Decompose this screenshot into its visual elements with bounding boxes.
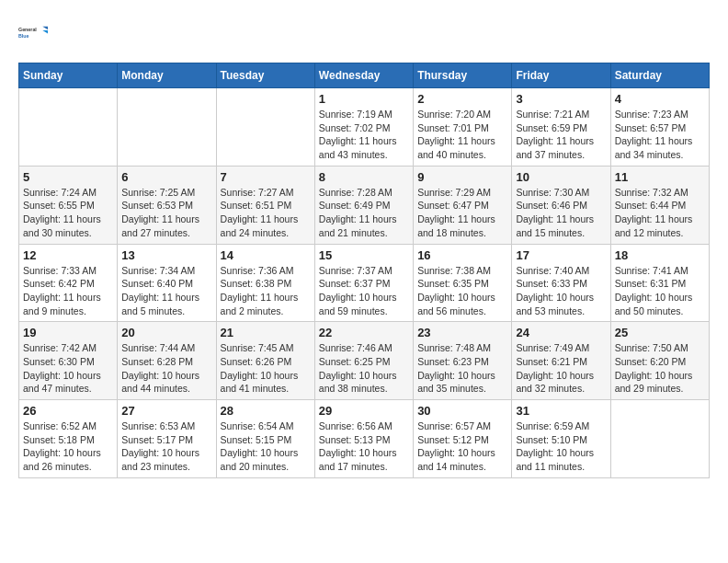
day-number: 23 bbox=[417, 326, 507, 339]
calendar-cell: 5Sunrise: 7:24 AM Sunset: 6:55 PM Daylig… bbox=[19, 166, 118, 244]
calendar-cell: 22Sunrise: 7:46 AM Sunset: 6:25 PM Dayli… bbox=[314, 322, 413, 400]
day-number: 15 bbox=[319, 248, 409, 262]
day-info: Sunrise: 6:54 AM Sunset: 5:15 PM Dayligh… bbox=[221, 419, 311, 474]
day-info: Sunrise: 7:24 AM Sunset: 6:55 PM Dayligh… bbox=[23, 186, 113, 240]
svg-marker-2 bbox=[42, 27, 48, 30]
weekday-header-thursday: Thursday bbox=[414, 63, 512, 88]
calendar-week-4: 19Sunrise: 7:42 AM Sunset: 6:30 PM Dayli… bbox=[19, 322, 710, 400]
day-info: Sunrise: 7:21 AM Sunset: 6:59 PM Dayligh… bbox=[516, 108, 606, 162]
weekday-header-tuesday: Tuesday bbox=[216, 63, 314, 88]
page-header: General Blue bbox=[18, 18, 710, 48]
calendar-cell: 23Sunrise: 7:48 AM Sunset: 6:23 PM Dayli… bbox=[414, 322, 512, 400]
day-info: Sunrise: 6:53 AM Sunset: 5:17 PM Dayligh… bbox=[121, 419, 211, 474]
weekday-header-row: SundayMondayTuesdayWednesdayThursdayFrid… bbox=[19, 63, 710, 88]
day-info: Sunrise: 7:29 AM Sunset: 6:47 PM Dayligh… bbox=[417, 186, 507, 240]
calendar-week-2: 5Sunrise: 7:24 AM Sunset: 6:55 PM Daylig… bbox=[19, 166, 710, 244]
day-info: Sunrise: 7:27 AM Sunset: 6:51 PM Dayligh… bbox=[221, 186, 311, 240]
logo-icon: General Blue bbox=[18, 18, 48, 48]
day-info: Sunrise: 7:46 AM Sunset: 6:25 PM Dayligh… bbox=[319, 341, 409, 396]
day-number: 29 bbox=[319, 404, 409, 418]
day-number: 20 bbox=[121, 326, 211, 339]
weekday-header-sunday: Sunday bbox=[19, 63, 118, 88]
day-info: Sunrise: 7:37 AM Sunset: 6:37 PM Dayligh… bbox=[319, 264, 409, 318]
day-number: 16 bbox=[417, 248, 507, 262]
calendar-cell: 25Sunrise: 7:50 AM Sunset: 6:20 PM Dayli… bbox=[610, 322, 709, 400]
logo: General Blue bbox=[18, 18, 51, 48]
day-number: 25 bbox=[615, 326, 705, 339]
calendar-cell: 29Sunrise: 6:56 AM Sunset: 5:13 PM Dayli… bbox=[314, 400, 413, 478]
day-number: 30 bbox=[417, 404, 507, 418]
calendar-cell: 19Sunrise: 7:42 AM Sunset: 6:30 PM Dayli… bbox=[19, 322, 118, 400]
svg-marker-3 bbox=[42, 30, 48, 34]
day-number: 10 bbox=[516, 170, 606, 184]
day-info: Sunrise: 7:36 AM Sunset: 6:38 PM Dayligh… bbox=[221, 264, 311, 318]
calendar-cell: 9Sunrise: 7:29 AM Sunset: 6:47 PM Daylig… bbox=[414, 166, 512, 244]
day-info: Sunrise: 7:49 AM Sunset: 6:21 PM Dayligh… bbox=[516, 341, 606, 396]
weekday-header-friday: Friday bbox=[512, 63, 610, 88]
day-number: 17 bbox=[516, 248, 606, 262]
day-info: Sunrise: 7:30 AM Sunset: 6:46 PM Dayligh… bbox=[516, 186, 606, 240]
day-number: 2 bbox=[417, 92, 507, 106]
calendar-cell: 17Sunrise: 7:40 AM Sunset: 6:33 PM Dayli… bbox=[512, 244, 610, 322]
day-info: Sunrise: 7:48 AM Sunset: 6:23 PM Dayligh… bbox=[417, 341, 507, 396]
calendar-cell: 13Sunrise: 7:34 AM Sunset: 6:40 PM Dayli… bbox=[118, 244, 216, 322]
day-info: Sunrise: 7:28 AM Sunset: 6:49 PM Dayligh… bbox=[319, 186, 409, 240]
day-info: Sunrise: 7:38 AM Sunset: 6:35 PM Dayligh… bbox=[417, 264, 507, 318]
calendar-cell: 26Sunrise: 6:52 AM Sunset: 5:18 PM Dayli… bbox=[19, 400, 118, 478]
calendar-cell bbox=[610, 400, 709, 478]
calendar-week-1: 1Sunrise: 7:19 AM Sunset: 7:02 PM Daylig… bbox=[19, 88, 710, 167]
day-info: Sunrise: 7:32 AM Sunset: 6:44 PM Dayligh… bbox=[615, 186, 705, 240]
calendar-cell bbox=[216, 88, 314, 167]
day-number: 4 bbox=[615, 92, 705, 106]
calendar-cell: 18Sunrise: 7:41 AM Sunset: 6:31 PM Dayli… bbox=[610, 244, 709, 322]
calendar-cell: 7Sunrise: 7:27 AM Sunset: 6:51 PM Daylig… bbox=[216, 166, 314, 244]
calendar-cell: 15Sunrise: 7:37 AM Sunset: 6:37 PM Dayli… bbox=[314, 244, 413, 322]
day-number: 13 bbox=[121, 248, 211, 262]
day-number: 27 bbox=[121, 404, 211, 418]
day-number: 31 bbox=[516, 404, 606, 418]
day-info: Sunrise: 7:20 AM Sunset: 7:01 PM Dayligh… bbox=[417, 108, 507, 162]
calendar-cell: 8Sunrise: 7:28 AM Sunset: 6:49 PM Daylig… bbox=[314, 166, 413, 244]
day-number: 8 bbox=[319, 170, 409, 184]
day-info: Sunrise: 7:44 AM Sunset: 6:28 PM Dayligh… bbox=[121, 341, 211, 396]
day-number: 14 bbox=[221, 248, 311, 262]
calendar-cell: 30Sunrise: 6:57 AM Sunset: 5:12 PM Dayli… bbox=[414, 400, 512, 478]
day-info: Sunrise: 7:25 AM Sunset: 6:53 PM Dayligh… bbox=[121, 186, 211, 240]
calendar-cell: 3Sunrise: 7:21 AM Sunset: 6:59 PM Daylig… bbox=[512, 88, 610, 167]
day-info: Sunrise: 7:50 AM Sunset: 6:20 PM Dayligh… bbox=[615, 341, 705, 396]
day-info: Sunrise: 6:52 AM Sunset: 5:18 PM Dayligh… bbox=[23, 419, 113, 474]
svg-text:Blue: Blue bbox=[18, 33, 29, 39]
calendar-cell: 14Sunrise: 7:36 AM Sunset: 6:38 PM Dayli… bbox=[216, 244, 314, 322]
calendar-cell: 21Sunrise: 7:45 AM Sunset: 6:26 PM Dayli… bbox=[216, 322, 314, 400]
calendar-cell: 16Sunrise: 7:38 AM Sunset: 6:35 PM Dayli… bbox=[414, 244, 512, 322]
calendar-cell bbox=[118, 88, 216, 167]
day-number: 9 bbox=[417, 170, 507, 184]
calendar-cell: 10Sunrise: 7:30 AM Sunset: 6:46 PM Dayli… bbox=[512, 166, 610, 244]
calendar-cell: 12Sunrise: 7:33 AM Sunset: 6:42 PM Dayli… bbox=[19, 244, 118, 322]
day-info: Sunrise: 7:23 AM Sunset: 6:57 PM Dayligh… bbox=[615, 108, 705, 162]
day-info: Sunrise: 7:42 AM Sunset: 6:30 PM Dayligh… bbox=[23, 341, 113, 396]
day-number: 28 bbox=[221, 404, 311, 418]
day-number: 22 bbox=[319, 326, 409, 339]
calendar-table: SundayMondayTuesdayWednesdayThursdayFrid… bbox=[18, 63, 710, 478]
calendar-cell: 28Sunrise: 6:54 AM Sunset: 5:15 PM Dayli… bbox=[216, 400, 314, 478]
calendar-cell: 4Sunrise: 7:23 AM Sunset: 6:57 PM Daylig… bbox=[610, 88, 709, 167]
day-info: Sunrise: 7:45 AM Sunset: 6:26 PM Dayligh… bbox=[221, 341, 311, 396]
day-info: Sunrise: 7:41 AM Sunset: 6:31 PM Dayligh… bbox=[615, 264, 705, 318]
day-info: Sunrise: 7:40 AM Sunset: 6:33 PM Dayligh… bbox=[516, 264, 606, 318]
day-number: 21 bbox=[221, 326, 311, 339]
calendar-cell: 2Sunrise: 7:20 AM Sunset: 7:01 PM Daylig… bbox=[414, 88, 512, 167]
calendar-cell: 6Sunrise: 7:25 AM Sunset: 6:53 PM Daylig… bbox=[118, 166, 216, 244]
day-number: 3 bbox=[516, 92, 606, 106]
day-number: 1 bbox=[319, 92, 409, 106]
day-number: 18 bbox=[615, 248, 705, 262]
calendar-cell bbox=[19, 88, 118, 167]
day-number: 12 bbox=[23, 248, 113, 262]
svg-text:General: General bbox=[18, 27, 37, 32]
day-number: 24 bbox=[516, 326, 606, 339]
day-number: 6 bbox=[121, 170, 211, 184]
day-info: Sunrise: 6:59 AM Sunset: 5:10 PM Dayligh… bbox=[516, 419, 606, 474]
calendar-cell: 24Sunrise: 7:49 AM Sunset: 6:21 PM Dayli… bbox=[512, 322, 610, 400]
weekday-header-saturday: Saturday bbox=[610, 63, 709, 88]
day-info: Sunrise: 7:34 AM Sunset: 6:40 PM Dayligh… bbox=[121, 264, 211, 318]
